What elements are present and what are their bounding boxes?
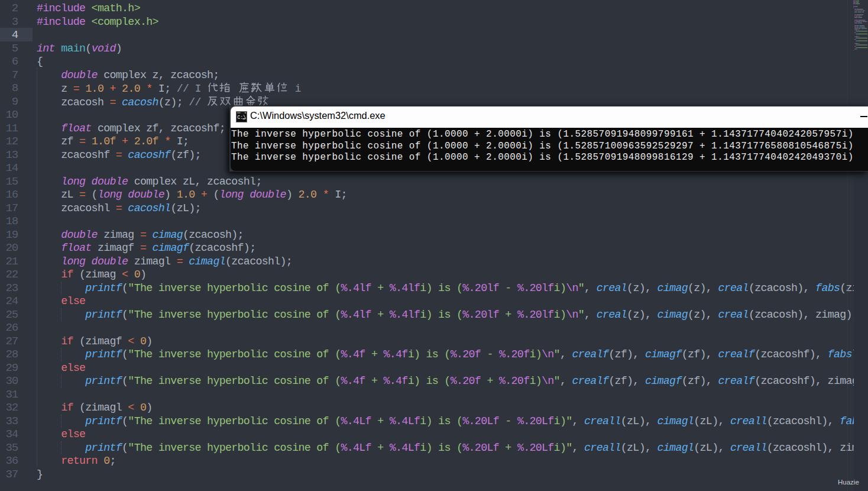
svg-text:C:\: C:\ <box>237 115 246 121</box>
